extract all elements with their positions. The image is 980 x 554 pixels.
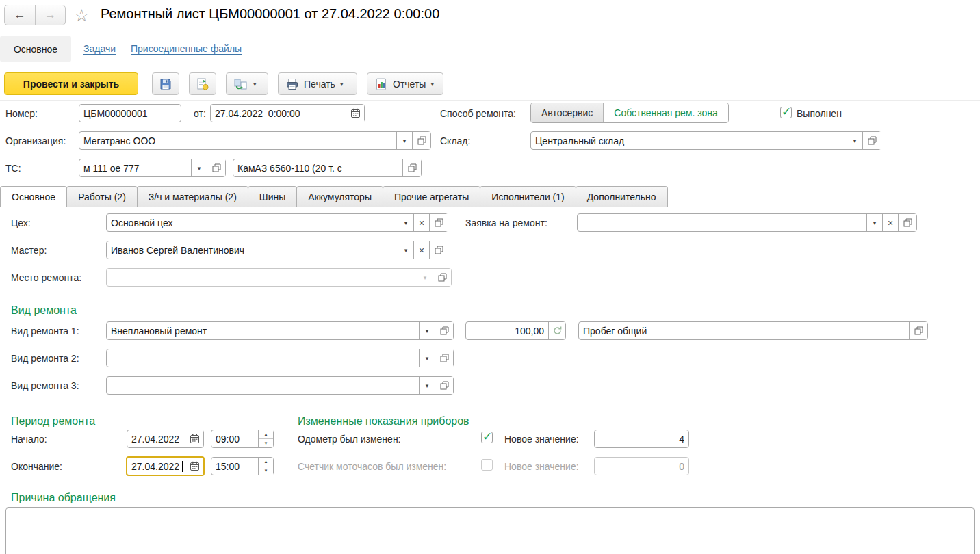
repair-type1-open-button[interactable] <box>435 322 453 339</box>
repair-type3-input[interactable] <box>107 377 419 394</box>
repair-place-label: Место ремонта: <box>11 272 81 283</box>
master-open-button[interactable] <box>429 241 448 259</box>
post-document-button[interactable] <box>189 72 216 95</box>
vehicle-model-open-button[interactable] <box>402 159 421 176</box>
warehouse-open-button[interactable] <box>862 132 881 149</box>
repair-interval-input[interactable] <box>466 322 548 339</box>
tab-other-units[interactable]: Прочие агрегаты <box>383 186 480 207</box>
workshop-input[interactable] <box>107 214 398 231</box>
repair-interval-field-group <box>465 321 566 340</box>
master-input[interactable] <box>107 241 398 259</box>
document-date-input[interactable] <box>211 105 346 122</box>
repair-type2-dropdown-button[interactable]: ▾ <box>419 349 435 367</box>
meter-type-open-button[interactable] <box>909 322 927 339</box>
odometer-changed-checkbox[interactable] <box>481 432 493 443</box>
spin-down-button[interactable]: ▾ <box>259 438 273 447</box>
chevron-down-icon: ▾ <box>340 81 344 88</box>
chevron-down-icon: ▾ <box>430 81 434 88</box>
chevron-down-icon: ▾ <box>426 328 429 334</box>
end-date-input[interactable] <box>127 458 185 475</box>
chevron-down-icon: ▾ <box>426 382 429 389</box>
number-input[interactable] <box>79 105 181 122</box>
tab-tires[interactable]: Шины <box>248 186 297 207</box>
repair-request-open-button[interactable] <box>898 214 916 231</box>
start-date-input[interactable] <box>127 430 185 447</box>
spin-up-button[interactable]: ▴ <box>259 458 273 466</box>
number-label: Номер: <box>5 108 38 119</box>
repair-type2-input[interactable] <box>107 349 419 367</box>
nav-history-buttons: ← → <box>4 5 66 25</box>
refresh-icon <box>552 326 563 336</box>
end-time-input[interactable] <box>211 458 258 475</box>
end-label: Окончание: <box>11 461 62 472</box>
repair-method-label: Способ ремонта: <box>440 108 516 119</box>
vehicle-open-button[interactable] <box>207 159 225 176</box>
date-label: от: <box>194 108 206 119</box>
repair-request-input[interactable] <box>578 214 866 231</box>
repair-method-option-own-zone[interactable]: Собственная рем. зона <box>604 103 728 122</box>
repair-place-open-button[interactable] <box>433 269 451 286</box>
master-dropdown-button[interactable]: ▾ <box>398 241 413 259</box>
vehicle-dropdown-button[interactable]: ▾ <box>191 159 207 176</box>
start-time-input[interactable] <box>211 430 258 447</box>
spin-up-button[interactable]: ▴ <box>259 430 273 438</box>
save-button[interactable] <box>152 72 179 95</box>
odometer-new-value-input[interactable] <box>595 430 688 447</box>
repair-request-dropdown-button[interactable]: ▾ <box>866 214 882 231</box>
vehicle-model-input[interactable] <box>233 159 402 176</box>
repair-request-clear-button[interactable]: × <box>882 214 898 231</box>
repair-method-option-autoservice[interactable]: Автосервис <box>531 103 604 122</box>
nav-tab-tasks[interactable]: Задачи <box>83 43 116 54</box>
done-checkbox[interactable] <box>780 107 792 118</box>
engine-hours-new-value-label: Новое значение: <box>504 461 579 472</box>
tab-executors[interactable]: Исполнители (1) <box>480 186 576 207</box>
forward-arrow-icon: → <box>44 8 56 22</box>
favorite-star-icon[interactable]: ☆ <box>74 7 89 24</box>
nav-tab-main[interactable]: Основное <box>0 36 71 62</box>
vehicle-input[interactable] <box>79 159 191 176</box>
repair-place-input[interactable] <box>107 269 417 286</box>
open-in-form-icon <box>868 136 877 145</box>
master-clear-button[interactable]: × <box>413 241 429 259</box>
spin-down-button[interactable]: ▾ <box>259 466 273 475</box>
calendar-icon <box>350 108 361 118</box>
section-repair-type: Вид ремонта <box>11 304 77 317</box>
meter-type-input[interactable] <box>579 322 909 339</box>
repair-type2-open-button[interactable] <box>435 349 453 367</box>
workshop-dropdown-button[interactable]: ▾ <box>398 214 413 231</box>
post-and-close-button[interactable]: Провести и закрыть <box>4 72 138 95</box>
printer-icon <box>285 77 299 91</box>
end-date-calendar-button[interactable] <box>185 458 203 475</box>
print-button[interactable]: Печать ▾ <box>278 72 357 95</box>
workshop-open-button[interactable] <box>429 214 448 231</box>
open-in-form-icon <box>440 354 449 362</box>
chevron-down-icon: ▾ <box>404 220 408 226</box>
post-and-close-label: Провести и закрыть <box>23 79 119 90</box>
forward-button[interactable]: → <box>35 5 65 25</box>
section-reason: Причина обращения <box>11 492 116 504</box>
repair-type3-dropdown-button[interactable]: ▾ <box>419 377 435 394</box>
nav-tab-attached-files[interactable]: Присоединенные файлы <box>131 43 242 54</box>
tab-additional[interactable]: Дополнительно <box>576 186 668 207</box>
tab-parts-materials[interactable]: З/ч и материалы (2) <box>137 186 248 207</box>
reason-textarea[interactable] <box>5 507 975 554</box>
workshop-clear-button[interactable]: × <box>413 214 429 231</box>
tab-batteries[interactable]: Аккумуляторы <box>296 186 383 207</box>
calendar-button[interactable] <box>346 105 364 122</box>
back-button[interactable]: ← <box>5 5 35 25</box>
repair-interval-refresh-button[interactable] <box>548 322 565 339</box>
repair-type1-dropdown-button[interactable]: ▾ <box>419 322 435 339</box>
tab-main[interactable]: Основное <box>0 186 67 207</box>
end-time-field-group: ▴ ▾ <box>211 457 274 475</box>
organization-open-button[interactable] <box>412 132 430 149</box>
warehouse-input[interactable] <box>531 132 847 149</box>
reports-button[interactable]: Отчеты ▾ <box>367 72 443 95</box>
tab-works[interactable]: Работы (2) <box>66 186 138 207</box>
repair-type1-input[interactable] <box>107 322 419 339</box>
create-based-on-button[interactable]: ▾ <box>226 72 268 95</box>
start-date-calendar-button[interactable] <box>185 430 203 447</box>
warehouse-dropdown-button[interactable]: ▾ <box>847 132 862 149</box>
repair-type3-open-button[interactable] <box>435 377 453 394</box>
organization-input[interactable] <box>79 132 396 149</box>
organization-dropdown-button[interactable]: ▾ <box>396 132 412 149</box>
